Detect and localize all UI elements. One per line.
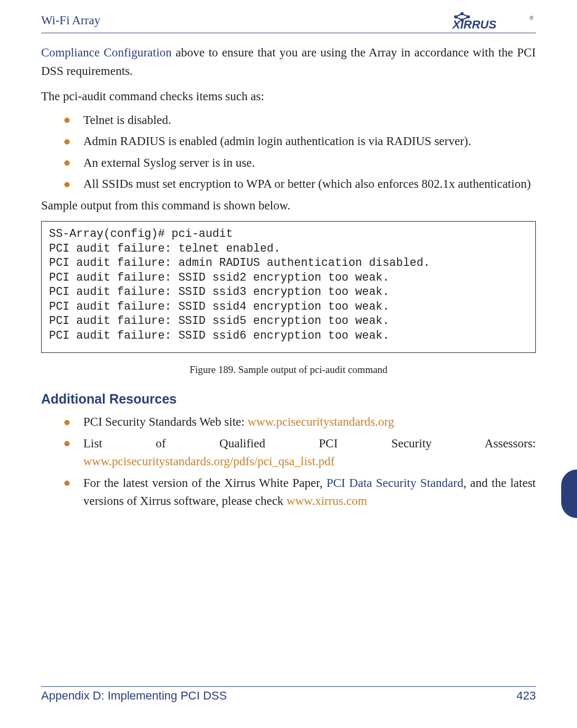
page-footer: Appendix D: Implementing PCI DSS 423 [41,686,536,703]
list-item: All SSIDs must set encryption to WPA or … [64,175,536,194]
list-item: Telnet is disabled. [64,111,536,130]
resource-prefix: For the latest version of the Xirrus Whi… [83,476,326,490]
list-item: List of Qualified PCI Security Assessors… [64,435,536,471]
sample-output-intro: Sample output from this command is shown… [41,197,536,215]
list-item: For the latest version of the Xirrus Whi… [64,474,536,511]
page-number: 423 [516,689,536,703]
section-tab-marker [561,470,577,518]
xirrus-site-link[interactable]: www.xirrus.com [286,494,367,507]
resource-prefix: List of Qualified PCI Security Assessors… [83,437,536,450]
header-title: Wi-Fi Array [41,14,100,27]
pci-standards-link[interactable]: www.pcisecuritystandards.org [247,415,394,428]
svg-text:XIRRUS: XIRRUS [451,18,496,30]
svg-line-4 [456,14,462,17]
intro-paragraph: Compliance Configuration above to ensure… [41,44,536,80]
figure-caption: Figure 189. Sample output of pci-audit c… [41,362,536,378]
list-item-text: Admin RADIUS is enabled (admin login aut… [83,135,471,148]
footer-left: Appendix D: Implementing PCI DSS [41,689,227,703]
brand-logo: XIRRUS ® [451,12,536,30]
code-output-box: SS-Array(config)# pci-audit PCI audit fa… [41,221,536,353]
code-line: PCI audit failure: SSID ssid5 encryption… [49,314,389,327]
checks-list: Telnet is disabled. Admin RADIUS is enab… [41,111,536,194]
additional-resources-heading: Additional Resources [41,389,536,409]
list-item: PCI Security Standards Web site: www.pci… [64,413,536,432]
code-line: PCI audit failure: SSID ssid6 encryption… [49,329,389,342]
code-line: PCI audit failure: SSID ssid3 encryption… [49,285,389,298]
pci-qsa-list-link[interactable]: www.pcisecuritystandards.org/pdfs/pci_qs… [83,455,335,468]
resources-list: PCI Security Standards Web site: www.pci… [41,413,536,511]
page-header: Wi-Fi Array XIRRUS ® [41,14,536,33]
compliance-configuration-link[interactable]: Compliance Configuration [41,46,172,59]
code-line: SS-Array(config)# pci-audit [49,227,233,240]
list-item: An external Syslog server is in use. [64,154,536,173]
xirrus-logo-icon: XIRRUS ® [451,12,536,30]
list-item-text: Telnet is disabled. [83,113,171,127]
code-line: PCI audit failure: SSID ssid4 encryption… [49,300,389,313]
svg-text:®: ® [530,15,534,21]
pci-whitepaper-link[interactable]: PCI Data Security Standard [326,476,464,490]
code-line: PCI audit failure: telnet enabled. [49,242,281,255]
page-body: Compliance Configuration above to ensure… [41,44,536,511]
list-item: Admin RADIUS is enabled (admin login aut… [64,132,536,151]
list-item-text: An external Syslog server is in use. [83,156,255,169]
list-item-text: All SSIDs must set encryption to WPA or … [83,177,531,190]
resource-prefix: PCI Security Standards Web site: [83,415,247,428]
svg-line-6 [462,14,468,17]
code-line: PCI audit failure: SSID ssid2 encryption… [49,271,389,284]
code-line: PCI audit failure: admin RADIUS authenti… [49,256,430,269]
checks-intro: The pci-audit command checks items such … [41,88,536,106]
